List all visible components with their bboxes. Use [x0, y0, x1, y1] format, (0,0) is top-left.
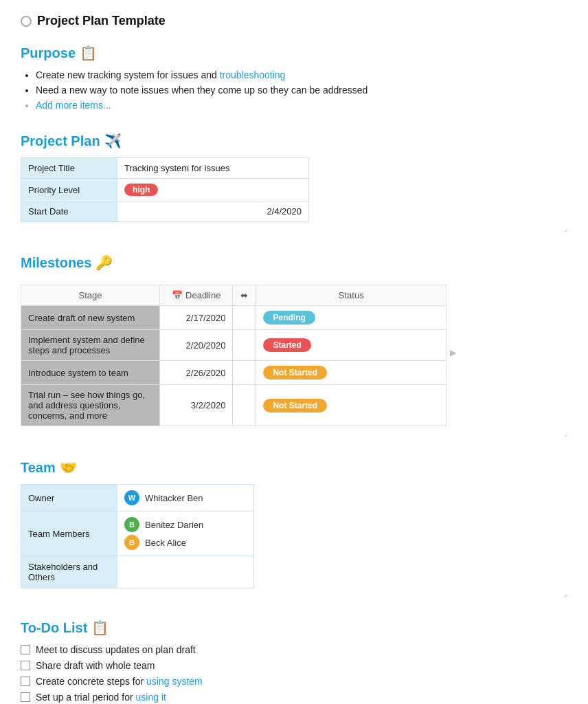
milestone-stage-2: Implement system and define steps and pr… — [21, 330, 160, 361]
todo-item-4: Set up a trial period for using it — [21, 692, 567, 703]
team-heading-text: Team — [21, 460, 56, 476]
milestone-stage-3: Introduce system to team — [21, 361, 160, 385]
project-plan-heading: Project Plan ✈️ — [21, 133, 567, 149]
troubleshooting-link[interactable]: troubleshooting — [220, 69, 286, 80]
purpose-add-more[interactable]: Add more items... — [36, 100, 567, 111]
purpose-heading: Purpose 📋 — [21, 45, 567, 61]
team-members-value: B Benitez Darien B Beck Alice — [117, 512, 254, 556]
link-col-header: ⬌ — [233, 285, 256, 306]
member-beck: B Beck Alice — [124, 535, 247, 550]
todo-text-3: Create concrete steps for using system — [36, 676, 203, 687]
status-badge-not-started-3: Not Started — [263, 366, 327, 380]
milestone-status-1: Pending — [256, 306, 446, 330]
start-date-label: Start Date — [21, 201, 117, 222]
table-row: Priority Level high — [21, 179, 309, 201]
purpose-item-2: Need a new way to note issues when they … — [36, 85, 567, 96]
todo-heading-text: To-Do List — [21, 620, 87, 636]
stakeholders-value — [117, 556, 254, 588]
milestone-status-4: Not Started — [256, 385, 446, 426]
todo-checkbox-2[interactable] — [21, 661, 30, 670]
owner-label: Owner — [21, 485, 117, 512]
team-members-label: Team Members — [21, 512, 117, 556]
link-icon: ⬌ — [240, 290, 248, 300]
page-title-row: Project Plan Template — [21, 14, 567, 28]
milestone-deadline-2: 2/20/2020 — [160, 330, 233, 361]
project-title-label: Project Title — [21, 158, 117, 179]
stakeholders-label: Stakeholders and Others — [21, 556, 117, 588]
project-plan-table: Project Title Tracking system for issues… — [21, 157, 309, 222]
priority-value: high — [117, 179, 309, 201]
avatar-benitez: B — [124, 517, 139, 532]
start-date-value: 2/4/2020 — [117, 201, 309, 222]
using-system-link[interactable]: using system — [146, 676, 203, 687]
todo-item-1: Meet to discuss updates on plan draft — [21, 644, 567, 655]
todo-emoji: 📋 — [91, 619, 109, 636]
resize-handle[interactable]: ⌟ — [21, 225, 567, 232]
milestone-row-4: Trial run – see how things go, and addre… — [21, 385, 446, 426]
team-emoji: 🤝 — [60, 459, 77, 476]
milestones-heading-text: Milestones — [21, 255, 91, 271]
milestone-link-2 — [233, 330, 256, 361]
team-row-stakeholders: Stakeholders and Others — [21, 556, 254, 588]
milestone-status-2: Started — [256, 330, 446, 361]
status-col-header: Status — [256, 285, 446, 306]
milestones-scroll-hint: ▶ — [450, 279, 456, 426]
todo-text-1: Meet to discuss updates on plan draft — [36, 644, 196, 655]
milestone-deadline-3: 2/26/2020 — [160, 361, 233, 385]
team-heading: Team 🤝 — [21, 459, 567, 476]
milestone-stage-1: Create draft of new system — [21, 306, 160, 330]
table-row: Project Title Tracking system for issues — [21, 158, 309, 179]
priority-label: Priority Level — [21, 179, 117, 201]
todo-item-2: Share draft with whole team — [21, 660, 567, 671]
milestones-heading: Milestones 🔑 — [21, 254, 567, 271]
milestone-link-3 — [233, 361, 256, 385]
milestones-emoji: 🔑 — [95, 254, 113, 271]
milestone-deadline-1: 2/17/2020 — [160, 306, 233, 330]
milestones-resize-handle[interactable]: ⌟ — [21, 430, 567, 437]
status-badge-started: Started — [263, 338, 310, 352]
purpose-emoji: 📋 — [80, 45, 97, 61]
milestone-link-4 — [233, 385, 256, 426]
team-resize-handle[interactable]: ⌟ — [21, 590, 567, 597]
member-benitez: B Benitez Darien — [124, 517, 247, 532]
milestone-stage-4: Trial run – see how things go, and addre… — [21, 385, 160, 426]
project-plan-heading-text: Project Plan — [21, 133, 100, 149]
milestones-wrapper: Stage 📅Deadline ⬌ Status Create draft of… — [21, 279, 446, 426]
deadline-col-header: 📅Deadline — [160, 285, 233, 306]
todo-list: Meet to discuss updates on plan draft Sh… — [21, 644, 567, 704]
project-title-value: Tracking system for issues — [117, 158, 309, 179]
owner-value: W Whitacker Ben — [117, 485, 254, 512]
calendar-icon: 📅 — [172, 290, 183, 300]
todo-item-3: Create concrete steps for using system — [21, 676, 567, 687]
page-title: Project Plan Template — [37, 14, 166, 28]
milestone-link-1 — [233, 306, 256, 330]
team-row-members: Team Members B Benitez Darien B Beck Ali… — [21, 512, 254, 556]
todo-checkbox-3[interactable] — [21, 676, 30, 686]
project-plan-emoji: ✈️ — [104, 133, 122, 149]
milestone-row-2: Implement system and define steps and pr… — [21, 330, 446, 361]
team-section: Team 🤝 Owner W Whitacker Ben Team Member… — [21, 459, 567, 597]
avatar-beck: B — [124, 535, 139, 550]
todo-checkbox-1[interactable] — [21, 645, 30, 654]
todo-text-2: Share draft with whole team — [36, 660, 155, 671]
todo-heading: To-Do List 📋 — [21, 619, 567, 636]
milestones-table: Stage 📅Deadline ⬌ Status Create draft of… — [21, 285, 446, 426]
purpose-item-1: Create new tracking system for issues an… — [36, 69, 567, 80]
member-benitez-name: Benitez Darien — [145, 520, 203, 530]
team-row-owner: Owner W Whitacker Ben — [21, 485, 254, 512]
milestone-row-3: Introduce system to team 2/26/2020 Not S… — [21, 361, 446, 385]
owner-member: W Whitacker Ben — [124, 490, 247, 505]
using-it-link[interactable]: using it — [136, 692, 166, 703]
todo-checkbox-4[interactable] — [21, 692, 30, 702]
priority-badge: high — [124, 184, 158, 196]
project-plan-section: Project Plan ✈️ Project Title Tracking s… — [21, 133, 567, 232]
owner-name: Whitacker Ben — [145, 493, 203, 503]
status-badge-not-started-4: Not Started — [263, 399, 327, 412]
table-row: Start Date 2/4/2020 — [21, 201, 309, 222]
purpose-heading-text: Purpose — [21, 45, 76, 61]
milestones-section: Milestones 🔑 Stage 📅Deadline ⬌ Status — [21, 254, 567, 437]
purpose-list: Create new tracking system for issues an… — [21, 69, 567, 111]
milestone-status-3: Not Started — [256, 361, 446, 385]
member-beck-name: Beck Alice — [145, 538, 186, 548]
todo-text-4: Set up a trial period for using it — [36, 692, 166, 703]
